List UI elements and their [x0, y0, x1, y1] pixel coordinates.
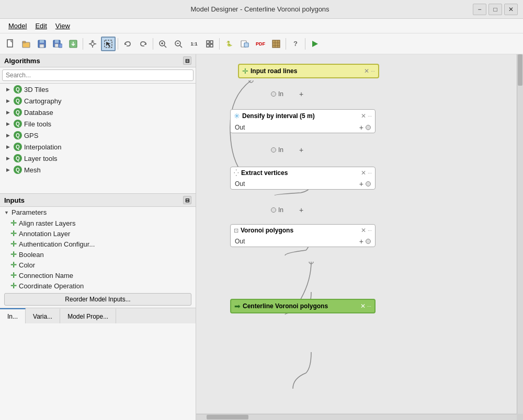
- arrow-3dtiles: ▶: [6, 87, 12, 92]
- q-icon-database: Q: [14, 108, 22, 116]
- minimize-button[interactable]: −: [473, 4, 486, 15]
- input-boolean[interactable]: ✛ Boolean: [0, 249, 196, 260]
- pan-button[interactable]: [85, 37, 100, 51]
- menu-view[interactable]: View: [51, 21, 74, 31]
- open-button[interactable]: [19, 37, 33, 51]
- alg-item-cartography[interactable]: ▶ Q Cartography: [0, 95, 196, 107]
- node-input-close[interactable]: ✕: [364, 67, 369, 75]
- inputs-collapse-btn[interactable]: ⊟: [183, 196, 191, 204]
- zoom-fit-button[interactable]: [202, 37, 217, 51]
- node-extract[interactable]: ⁛ Extract vertices ✕ ⋯ Out +: [230, 167, 376, 190]
- node-voronoi-close[interactable]: ✕: [361, 227, 366, 234]
- run-button[interactable]: [308, 37, 322, 51]
- tab-inputs[interactable]: In...: [0, 308, 26, 323]
- node-extract-close[interactable]: ✕: [361, 169, 366, 177]
- plus-icon-5: ✛: [10, 261, 17, 269]
- python-button[interactable]: 🐍: [222, 37, 236, 51]
- export2-button[interactable]: [237, 37, 252, 51]
- voronoi-plus[interactable]: +: [359, 237, 363, 246]
- voronoi-icon: ⊡: [234, 227, 238, 234]
- scrollbar-vertical[interactable]: [517, 54, 523, 414]
- densify-icon: ✳: [234, 112, 240, 120]
- conn-svg-voronoi: [282, 262, 324, 304]
- params-label: Parameters: [12, 208, 47, 216]
- input-label-boolean: Boolean: [19, 251, 44, 259]
- close-button[interactable]: ✕: [504, 4, 518, 15]
- input-connection-name[interactable]: ✛ Connection Name: [0, 270, 196, 281]
- canvas-area[interactable]: ✛ Input road lines ✕ ⋯: [196, 54, 523, 420]
- densify-out-row: Out +: [231, 122, 375, 133]
- reorder-button[interactable]: Reorder Model Inputs...: [4, 293, 191, 306]
- scrollbar-horizontal[interactable]: [196, 414, 517, 420]
- zoom-100-button[interactable]: 1:1: [187, 37, 201, 51]
- scrollbar-thumb-v[interactable]: [518, 54, 522, 86]
- tab-model-props[interactable]: Model Prope...: [60, 308, 116, 323]
- input-annotation[interactable]: ✛ Annotation Layer: [0, 228, 196, 239]
- plus-port-1[interactable]: +: [299, 90, 303, 98]
- zoom-out-button[interactable]: [171, 37, 186, 51]
- menu-model[interactable]: Model: [4, 21, 31, 31]
- port-dot-out2: [366, 181, 371, 186]
- menu-edit[interactable]: Edit: [31, 21, 51, 31]
- node-input-road-lines[interactable]: ✛ Input road lines ✕ ⋯: [238, 64, 379, 78]
- algorithms-header: Algorithms ⊟: [0, 54, 196, 67]
- extract-plus[interactable]: +: [359, 180, 363, 188]
- densify-plus[interactable]: +: [359, 123, 363, 132]
- scrollbar-thumb-h[interactable]: [207, 415, 248, 419]
- alg-item-mesh[interactable]: ▶ Q Mesh: [0, 164, 196, 176]
- input-label-align: Align raster Layers: [19, 219, 75, 227]
- input-coordinate[interactable]: ✛ Coordinate Operation: [0, 281, 196, 291]
- node-densify[interactable]: ✳ Densify by interval (5 m) ✕ ⋯ Out +: [230, 109, 376, 133]
- window-title: Model Designer - Centerline Voronoi poly…: [47, 5, 473, 13]
- redo-button[interactable]: [136, 37, 151, 51]
- input-label-connection: Connection Name: [19, 272, 73, 279]
- alg-item-layertools[interactable]: ▶ Q Layer tools: [0, 153, 196, 164]
- q-icon-filetools: Q: [14, 120, 22, 128]
- alg-item-database[interactable]: ▶ Q Database: [0, 107, 196, 118]
- undo-button[interactable]: [120, 37, 135, 51]
- input-auth[interactable]: ✛ Authentication Configur...: [0, 239, 196, 249]
- node-input-dots: ⋯: [371, 69, 375, 74]
- raster-button[interactable]: [269, 37, 283, 51]
- sep3: [153, 38, 153, 50]
- node-centerline-header: ➡ Centerline Voronoi polygons ✕ ⋯: [231, 300, 374, 312]
- title-bar: Model Designer - Centerline Voronoi poly…: [0, 0, 523, 19]
- save-as-button[interactable]: [50, 37, 65, 51]
- maximize-button[interactable]: □: [488, 4, 502, 15]
- plus-port-2[interactable]: +: [299, 146, 303, 154]
- node-extract-dots: ⋯: [368, 171, 372, 176]
- algorithms-collapse-btn[interactable]: ⊟: [183, 56, 191, 65]
- alg-item-3dtiles[interactable]: ▶ Q 3D Tiles: [0, 84, 196, 95]
- input-align-raster[interactable]: ✛ Align raster Layers: [0, 218, 196, 228]
- node-voronoi-dots: ⋯: [368, 228, 372, 233]
- svg-rect-26: [272, 40, 280, 48]
- search-input[interactable]: [2, 69, 194, 81]
- node-centerline-close[interactable]: ✕: [360, 302, 366, 310]
- alg-item-interpolation[interactable]: ▶ Q Interpolation: [0, 141, 196, 153]
- export-button[interactable]: [66, 37, 81, 51]
- select-button[interactable]: [101, 37, 116, 51]
- input-label-annotation: Annotation Layer: [19, 230, 70, 238]
- pdf-button[interactable]: PDF: [253, 37, 268, 51]
- zoom-in-button[interactable]: [155, 37, 170, 51]
- alg-item-filetools[interactable]: ▶ Q File tools: [0, 118, 196, 130]
- svg-rect-23: [210, 44, 213, 47]
- new-button[interactable]: [3, 37, 18, 51]
- alg-item-gps[interactable]: ▶ Q GPS: [0, 130, 196, 141]
- node-densify-close[interactable]: ✕: [361, 112, 366, 120]
- plus-icon-1: ✛: [10, 219, 17, 227]
- help-button[interactable]: ?: [288, 37, 303, 51]
- svg-line-19: [180, 45, 182, 48]
- svg-rect-20: [207, 41, 209, 43]
- sep6: [305, 38, 305, 50]
- input-color[interactable]: ✛ Color: [0, 260, 196, 270]
- node-voronoi[interactable]: ⊡ Voronoi polygons ✕ ⋯ Out +: [230, 224, 376, 247]
- densify-out-label: Out: [235, 124, 245, 131]
- params-group[interactable]: ▼ Parameters: [0, 207, 196, 218]
- plus-port-3[interactable]: +: [299, 206, 303, 214]
- tab-variables[interactable]: Varia...: [26, 308, 60, 323]
- save-button[interactable]: [35, 37, 49, 51]
- node-centerline[interactable]: ➡ Centerline Voronoi polygons ✕ ⋯: [230, 299, 376, 313]
- alg-label-3dtiles: 3D Tiles: [24, 86, 49, 94]
- algorithms-title: Algorithms: [4, 57, 40, 65]
